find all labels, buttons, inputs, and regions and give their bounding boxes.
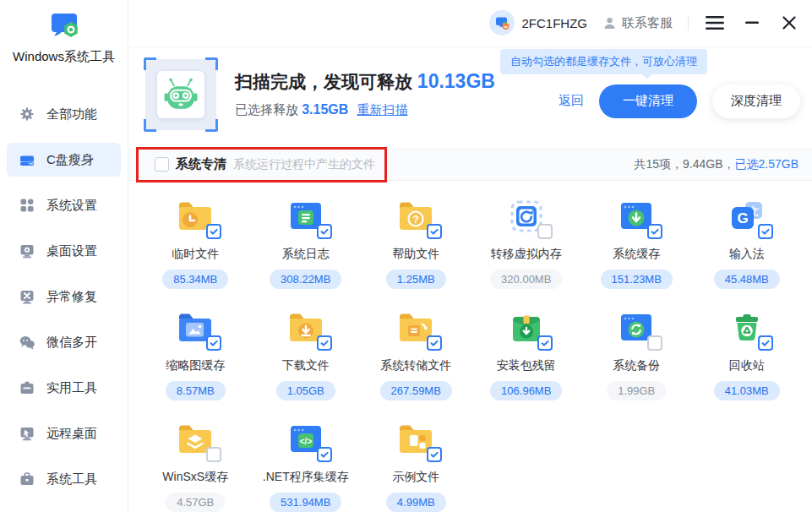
file-checkbox[interactable] [206,447,221,462]
file-checkbox[interactable] [537,335,553,351]
file-size-badge: 106.96MB [490,381,562,400]
file-checkbox[interactable] [427,224,442,239]
sidebar-item[interactable]: 系统设置 [7,188,121,222]
sidebar-item[interactable]: 远程桌面 [7,417,121,450]
person-icon [602,16,617,30]
account-badge[interactable]: 2FC1FHZG [489,10,587,35]
sidebar-item[interactable]: 异常修复 [7,280,121,313]
menu-button[interactable] [704,12,726,34]
file-checkbox[interactable] [647,335,662,351]
file-item[interactable]: 缩略图缓存 8.57MB [140,306,251,400]
main-panel: 2FC1FHZG 联系客服 [128,0,812,512]
file-checkbox[interactable] [206,335,221,351]
file-size-badge: 151.23MB [601,270,673,289]
file-item[interactable]: 回收站 41.03MB [692,306,803,400]
sidebar-item[interactable]: 微信多开 [7,325,121,359]
app-logo-icon [45,10,84,46]
file-item[interactable]: 临时文件 85.34MB [140,194,251,289]
scan-robot-icon [145,59,216,130]
file-label: 缩略图缓存 [166,358,225,373]
file-label: 安装包残留 [497,358,556,373]
gear-icon [19,106,35,122]
found-size: 10.13GB [417,70,495,92]
file-item[interactable]: ? 帮助文件 1.25MB [361,194,471,289]
file-size-badge: 1.99GB [607,381,666,400]
app-window: Windows系统工具 全部功能C盘瘦身系统设置桌面设置异常修复微信多开实用工具… [0,0,812,512]
system-clean-checkbox[interactable] [155,157,169,172]
scan-result-header: 扫描完成，发现可释放 10.13GB 已选择释放 3.15GB 重新扫描 自动勾… [128,47,812,137]
file-item[interactable]: 文G 输入法 45.48MB [692,194,803,289]
hamburger-icon [706,16,724,30]
rescan-link[interactable]: 重新扫描 [357,102,407,117]
sidebar-item-label: 全部功能 [46,106,97,123]
sidebar-item[interactable]: 全部功能 [7,97,121,131]
file-label: 示例文件 [392,470,439,485]
app-shield-icon [489,10,515,35]
minimize-button[interactable] [741,12,763,34]
file-checkbox[interactable] [317,447,332,462]
file-checkbox[interactable] [758,224,773,239]
toolbox-icon [19,380,35,395]
deep-clean-button[interactable]: 深度清理 [712,84,800,118]
file-checkbox[interactable] [758,335,773,351]
file-checkbox[interactable] [647,224,662,239]
file-size-badge: 1.05GB [276,381,335,400]
sidebar-item-label: 实用工具 [46,380,97,396]
file-label: 系统日志 [282,247,330,262]
sidebar-item[interactable]: 实用工具 [7,371,121,405]
sidebar-item-label: 桌面设置 [46,243,97,259]
chat-bubbles-icon [19,335,35,350]
file-label: 转移虚拟内存 [491,247,562,262]
sidebar-item[interactable]: 系统工具 [7,462,121,496]
file-item[interactable]: 系统备份 1.99GB [581,306,692,400]
sidebar-item-label: 异常修复 [46,289,97,305]
file-size-badge: 45.48MB [714,270,780,289]
file-checkbox[interactable] [206,224,221,239]
file-checkbox[interactable] [537,224,553,239]
close-icon [782,16,796,30]
selection-summary: 共15项，9.44GB，已选2.57GB [634,157,798,172]
file-checkbox[interactable] [317,224,332,239]
briefcase-icon [19,471,35,487]
file-checkbox[interactable] [317,335,332,351]
file-item[interactable]: 转移虚拟内存 320.00MB [471,194,582,289]
header-actions: 自动勾选的都是缓存文件，可放心清理 返回 一键清理 深度清理 [500,49,800,118]
contact-support-button[interactable]: 联系客服 [602,15,673,31]
sidebar-item-label: 微信多开 [46,335,97,351]
app-grid-icon [19,198,35,213]
file-item[interactable]: 示例文件 4.99MB [361,417,471,512]
back-link[interactable]: 返回 [559,93,584,109]
file-item[interactable]: 系统日志 308.22MB [251,194,362,289]
file-item[interactable]: </> .NET程序集缓存 531.94MB [251,417,362,512]
file-label: 回收站 [729,358,765,373]
file-item[interactable]: 系统转储文件 267.59MB [361,306,471,400]
selected-size: 3.15GB [302,102,348,117]
file-checkbox[interactable] [427,335,442,351]
sidebar-item[interactable]: 桌面设置 [7,234,121,268]
auto-select-tooltip: 自动勾选的都是缓存文件，可放心清理 [500,49,707,74]
file-size-badge: 320.00MB [490,270,562,289]
account-id: 2FC1FHZG [521,16,587,30]
file-label: 系统转储文件 [380,358,451,373]
file-size-badge: 85.34MB [162,270,228,289]
close-button[interactable] [778,12,800,34]
sidebar-menu: 全部功能C盘瘦身系统设置桌面设置异常修复微信多开实用工具远程桌面系统工具 [0,97,128,496]
file-item[interactable]: WinSxS缓存 4.57GB [140,417,251,512]
one-click-clean-button[interactable]: 一键清理 [599,84,697,118]
sidebar-item-label: C盘瘦身 [46,152,94,168]
file-label: WinSxS缓存 [162,470,228,485]
file-checkbox[interactable] [427,447,442,462]
support-label: 联系客服 [622,15,673,31]
system-clean-label: 系统专清 [176,156,226,172]
file-item[interactable]: 安装包残留 106.96MB [471,306,582,400]
svg-text:</>: </> [300,437,313,446]
sidebar-item[interactable]: C盘瘦身 [7,143,121,177]
file-item[interactable]: 系统缓存 151.23MB [581,194,692,289]
desktop-gear-icon [19,243,35,259]
repair-icon [19,289,35,304]
file-label: 输入法 [729,247,765,262]
file-item[interactable]: 下载文件 1.05GB [251,306,362,400]
file-size-badge: 1.25MB [386,270,446,289]
file-size-badge: 41.03MB [714,381,780,400]
scan-summary: 扫描完成，发现可释放 10.13GB 已选择释放 3.15GB 重新扫描 [235,59,495,130]
